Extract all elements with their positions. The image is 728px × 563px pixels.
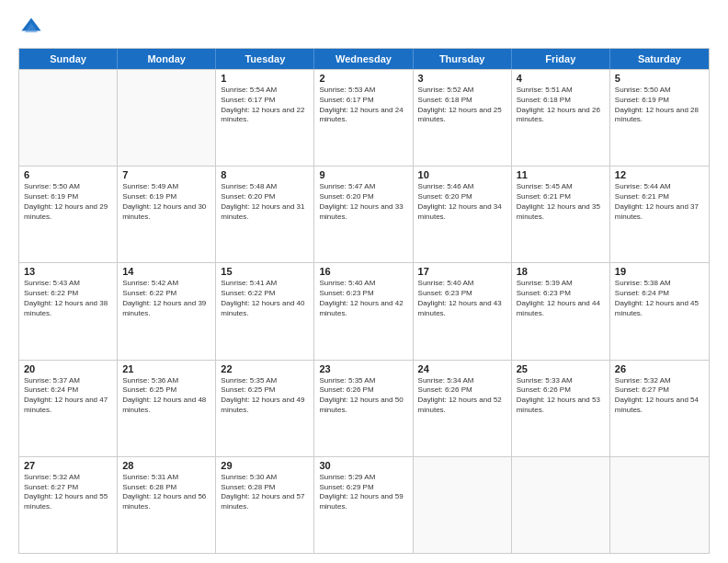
day-number: 6	[24, 169, 112, 180]
calendar-row-1: 6Sunrise: 5:50 AM Sunset: 6:19 PM Daylig…	[19, 166, 709, 262]
day-number: 9	[319, 169, 407, 180]
day-info: Sunrise: 5:50 AM Sunset: 6:19 PM Dayligh…	[615, 86, 704, 125]
weekday-header-thursday: Thursday	[414, 49, 512, 69]
day-number: 10	[418, 169, 506, 180]
day-info: Sunrise: 5:54 AM Sunset: 6:17 PM Dayligh…	[221, 86, 309, 125]
day-number: 28	[122, 460, 210, 471]
day-number: 18	[517, 266, 605, 277]
empty-cell	[610, 457, 709, 553]
day-number: 22	[221, 363, 309, 374]
day-cell-1: 1Sunrise: 5:54 AM Sunset: 6:17 PM Daylig…	[216, 70, 314, 166]
day-cell-25: 25Sunrise: 5:33 AM Sunset: 6:26 PM Dayli…	[512, 361, 610, 456]
day-number: 12	[615, 169, 704, 180]
day-info: Sunrise: 5:36 AM Sunset: 6:25 PM Dayligh…	[122, 376, 210, 416]
day-cell-8: 8Sunrise: 5:48 AM Sunset: 6:20 PM Daylig…	[216, 167, 314, 262]
day-cell-6: 6Sunrise: 5:50 AM Sunset: 6:19 PM Daylig…	[19, 167, 118, 262]
day-info: Sunrise: 5:51 AM Sunset: 6:18 PM Dayligh…	[517, 86, 605, 125]
empty-cell	[414, 457, 512, 553]
calendar-row-0: 1Sunrise: 5:54 AM Sunset: 6:17 PM Daylig…	[19, 69, 709, 166]
day-number: 15	[221, 266, 309, 277]
day-number: 13	[24, 266, 112, 277]
day-cell-21: 21Sunrise: 5:36 AM Sunset: 6:25 PM Dayli…	[118, 361, 216, 456]
day-cell-7: 7Sunrise: 5:49 AM Sunset: 6:19 PM Daylig…	[118, 167, 216, 262]
day-info: Sunrise: 5:43 AM Sunset: 6:22 PM Dayligh…	[24, 279, 112, 318]
day-number: 3	[418, 73, 506, 84]
day-number: 29	[221, 460, 309, 471]
day-number: 24	[418, 363, 506, 374]
day-info: Sunrise: 5:42 AM Sunset: 6:22 PM Dayligh…	[122, 279, 210, 318]
calendar-row-4: 27Sunrise: 5:32 AM Sunset: 6:27 PM Dayli…	[19, 456, 709, 553]
day-info: Sunrise: 5:35 AM Sunset: 6:25 PM Dayligh…	[221, 376, 309, 416]
day-number: 21	[122, 363, 210, 374]
day-number: 1	[221, 73, 309, 84]
day-info: Sunrise: 5:40 AM Sunset: 6:23 PM Dayligh…	[319, 279, 407, 318]
day-info: Sunrise: 5:45 AM Sunset: 6:21 PM Dayligh…	[517, 182, 605, 222]
day-cell-3: 3Sunrise: 5:52 AM Sunset: 6:18 PM Daylig…	[414, 70, 512, 166]
day-number: 25	[517, 363, 605, 374]
day-info: Sunrise: 5:49 AM Sunset: 6:19 PM Dayligh…	[122, 182, 210, 222]
day-info: Sunrise: 5:32 AM Sunset: 6:27 PM Dayligh…	[615, 376, 704, 416]
weekday-header-friday: Friday	[512, 49, 610, 69]
day-cell-24: 24Sunrise: 5:34 AM Sunset: 6:26 PM Dayli…	[414, 361, 512, 456]
day-number: 26	[615, 363, 704, 374]
day-cell-19: 19Sunrise: 5:38 AM Sunset: 6:24 PM Dayli…	[610, 263, 709, 359]
day-info: Sunrise: 5:38 AM Sunset: 6:24 PM Dayligh…	[615, 279, 704, 318]
day-info: Sunrise: 5:31 AM Sunset: 6:28 PM Dayligh…	[122, 473, 210, 512]
day-number: 16	[319, 266, 407, 277]
day-number: 19	[615, 266, 704, 277]
weekday-header-tuesday: Tuesday	[216, 49, 314, 69]
day-number: 27	[24, 460, 112, 471]
day-info: Sunrise: 5:41 AM Sunset: 6:22 PM Dayligh…	[221, 279, 309, 318]
header	[18, 15, 710, 40]
weekday-header-monday: Monday	[118, 49, 216, 69]
day-cell-28: 28Sunrise: 5:31 AM Sunset: 6:28 PM Dayli…	[118, 457, 216, 553]
day-info: Sunrise: 5:37 AM Sunset: 6:24 PM Dayligh…	[24, 376, 112, 416]
logo-icon	[18, 15, 44, 40]
page: SundayMondayTuesdayWednesdayThursdayFrid…	[0, 0, 728, 563]
day-cell-27: 27Sunrise: 5:32 AM Sunset: 6:27 PM Dayli…	[19, 457, 118, 553]
day-info: Sunrise: 5:33 AM Sunset: 6:26 PM Dayligh…	[517, 376, 605, 416]
day-cell-5: 5Sunrise: 5:50 AM Sunset: 6:19 PM Daylig…	[610, 70, 709, 166]
day-number: 23	[319, 363, 407, 374]
day-cell-4: 4Sunrise: 5:51 AM Sunset: 6:18 PM Daylig…	[512, 70, 610, 166]
day-info: Sunrise: 5:30 AM Sunset: 6:28 PM Dayligh…	[221, 473, 309, 512]
day-cell-11: 11Sunrise: 5:45 AM Sunset: 6:21 PM Dayli…	[512, 167, 610, 262]
day-cell-9: 9Sunrise: 5:47 AM Sunset: 6:20 PM Daylig…	[314, 167, 413, 262]
day-number: 7	[122, 169, 210, 180]
day-cell-16: 16Sunrise: 5:40 AM Sunset: 6:23 PM Dayli…	[314, 263, 413, 359]
calendar-row-2: 13Sunrise: 5:43 AM Sunset: 6:22 PM Dayli…	[19, 262, 709, 359]
empty-cell	[118, 70, 216, 166]
day-number: 11	[517, 169, 605, 180]
day-info: Sunrise: 5:39 AM Sunset: 6:23 PM Dayligh…	[517, 279, 605, 318]
day-cell-13: 13Sunrise: 5:43 AM Sunset: 6:22 PM Dayli…	[19, 263, 118, 359]
day-info: Sunrise: 5:32 AM Sunset: 6:27 PM Dayligh…	[24, 473, 112, 512]
calendar-header: SundayMondayTuesdayWednesdayThursdayFrid…	[19, 49, 709, 69]
day-cell-18: 18Sunrise: 5:39 AM Sunset: 6:23 PM Dayli…	[512, 263, 610, 359]
day-info: Sunrise: 5:53 AM Sunset: 6:17 PM Dayligh…	[319, 86, 407, 125]
day-info: Sunrise: 5:34 AM Sunset: 6:26 PM Dayligh…	[418, 376, 506, 416]
day-number: 17	[418, 266, 506, 277]
day-cell-26: 26Sunrise: 5:32 AM Sunset: 6:27 PM Dayli…	[610, 361, 709, 456]
day-cell-15: 15Sunrise: 5:41 AM Sunset: 6:22 PM Dayli…	[216, 263, 314, 359]
day-number: 20	[24, 363, 112, 374]
weekday-header-sunday: Sunday	[19, 49, 118, 69]
day-cell-10: 10Sunrise: 5:46 AM Sunset: 6:20 PM Dayli…	[414, 167, 512, 262]
day-cell-20: 20Sunrise: 5:37 AM Sunset: 6:24 PM Dayli…	[19, 361, 118, 456]
day-number: 8	[221, 169, 309, 180]
day-number: 30	[319, 460, 407, 471]
weekday-header-wednesday: Wednesday	[314, 49, 413, 69]
day-number: 5	[615, 73, 704, 84]
day-info: Sunrise: 5:44 AM Sunset: 6:21 PM Dayligh…	[615, 182, 704, 222]
day-info: Sunrise: 5:29 AM Sunset: 6:29 PM Dayligh…	[319, 473, 407, 512]
empty-cell	[512, 457, 610, 553]
logo	[18, 15, 48, 40]
day-number: 2	[319, 73, 407, 84]
calendar-body: 1Sunrise: 5:54 AM Sunset: 6:17 PM Daylig…	[19, 69, 709, 553]
calendar-row-3: 20Sunrise: 5:37 AM Sunset: 6:24 PM Dayli…	[19, 360, 709, 456]
day-cell-22: 22Sunrise: 5:35 AM Sunset: 6:25 PM Dayli…	[216, 361, 314, 456]
day-cell-23: 23Sunrise: 5:35 AM Sunset: 6:26 PM Dayli…	[314, 361, 413, 456]
day-info: Sunrise: 5:40 AM Sunset: 6:23 PM Dayligh…	[418, 279, 506, 318]
day-cell-29: 29Sunrise: 5:30 AM Sunset: 6:28 PM Dayli…	[216, 457, 314, 553]
day-cell-17: 17Sunrise: 5:40 AM Sunset: 6:23 PM Dayli…	[414, 263, 512, 359]
day-info: Sunrise: 5:48 AM Sunset: 6:20 PM Dayligh…	[221, 182, 309, 222]
